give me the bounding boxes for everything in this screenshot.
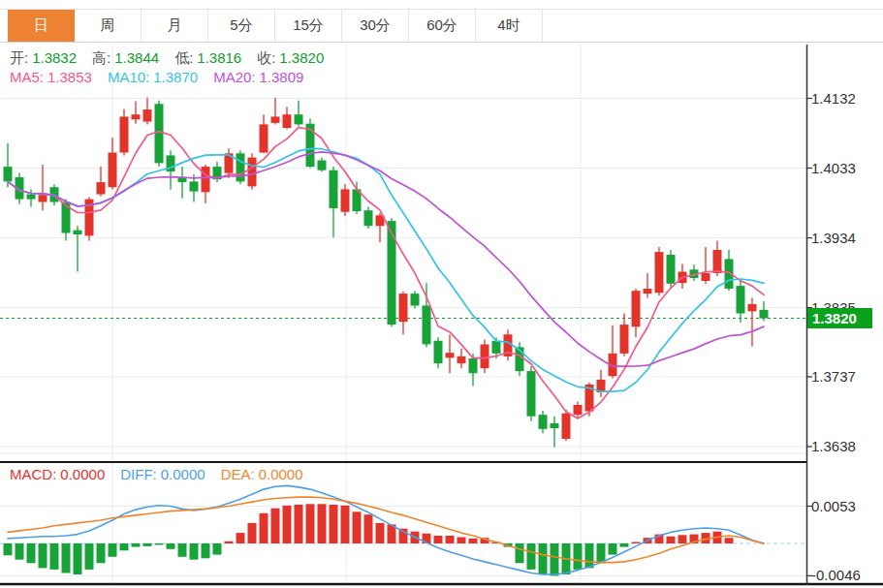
ma5-line <box>8 128 764 418</box>
macd-item-1: DIFF:0.0000 <box>120 466 205 482</box>
tab-30min[interactable]: 30分 <box>342 10 409 42</box>
ma-legend: MA5:1.3853MA10:1.3870MA20:1.3809 <box>10 69 319 85</box>
tab-5min[interactable]: 5分 <box>208 10 275 42</box>
macd-legend: MACD:0.0000DIFF:0.0000DEA:0.0000 <box>10 466 319 482</box>
tab-day[interactable]: 日 <box>8 10 75 42</box>
ohlc-item-0-label: 开: <box>10 49 28 66</box>
macd-axis-label: -0.0046 <box>811 567 861 584</box>
ohlc-item-1-label: 高: <box>92 49 110 66</box>
kline-chart-widget: 日周月5分15分30分60分4时 开:1.3832高:1.3844低:1.381… <box>0 0 883 588</box>
ma-item-0: MA5:1.3853 <box>10 69 92 85</box>
macd-axis-label: 0.0053 <box>811 498 856 515</box>
tab-4hour[interactable]: 4时 <box>476 10 543 42</box>
price-axis-label: 1.4033 <box>811 160 856 177</box>
ohlc-item-3: 收:1.3820 <box>257 49 324 68</box>
diff-line <box>8 485 764 574</box>
tab-month[interactable]: 月 <box>142 10 208 42</box>
macd-item-2-label: DEA: <box>221 466 255 482</box>
price-axis-label: 1.3934 <box>811 230 856 247</box>
ohlc-item-2-value: 1.3816 <box>197 49 241 66</box>
ohlc-legend: 开:1.3832高:1.3844低:1.3816收:1.3820 <box>10 49 339 68</box>
tab-15min[interactable]: 15分 <box>275 10 342 42</box>
macd-item-0: MACD:0.0000 <box>10 466 105 482</box>
ma-item-1-label: MA10: <box>108 69 149 85</box>
ohlc-item-1: 高:1.3844 <box>92 49 159 68</box>
ma-item-2-label: MA20: <box>213 69 255 85</box>
ohlc-item-3-value: 1.3820 <box>279 49 324 66</box>
macd-item-0-label: MACD: <box>10 466 56 482</box>
last-price-value: 1.3820 <box>812 310 857 326</box>
macd-item-1-label: DIFF: <box>120 466 157 482</box>
macd-item-2: DEA:0.0000 <box>221 466 303 482</box>
ma-item-0-value: 1.3853 <box>47 69 92 85</box>
ohlc-item-0: 开:1.3832 <box>10 49 77 68</box>
chart-canvas[interactable] <box>0 0 883 588</box>
ohlc-item-3-label: 收: <box>257 49 275 66</box>
ohlc-item-2-label: 低: <box>174 49 193 66</box>
dea-line <box>8 497 764 563</box>
tab-week[interactable]: 周 <box>75 10 142 42</box>
ma-item-0-label: MA5: <box>10 69 44 85</box>
ma-item-1-value: 1.3870 <box>153 69 198 85</box>
candles-group <box>4 98 769 448</box>
tab-60min[interactable]: 60分 <box>409 10 476 42</box>
macd-item-2-value: 0.0000 <box>259 466 303 482</box>
price-axis-label: 1.4132 <box>811 90 856 108</box>
macd-item-1-value: 0.0000 <box>161 466 205 482</box>
ohlc-item-0-value: 1.3832 <box>32 49 77 66</box>
ma10-line <box>8 148 764 391</box>
macd-item-0-value: 0.0000 <box>60 466 105 482</box>
ma-item-2-value: 1.3809 <box>260 69 304 85</box>
ohlc-item-2: 低:1.3816 <box>174 49 241 68</box>
ma-item-1: MA10:1.3870 <box>108 69 198 85</box>
last-price-badge: 1.3820 <box>807 308 872 328</box>
price-axis-label: 1.3737 <box>811 368 856 386</box>
ma-item-2: MA20:1.3809 <box>213 69 303 85</box>
price-axis-label: 1.3638 <box>811 438 856 455</box>
ohlc-item-1-value: 1.3844 <box>114 49 159 66</box>
period-tab-bar: 日周月5分15分30分60分4时 <box>0 9 883 43</box>
